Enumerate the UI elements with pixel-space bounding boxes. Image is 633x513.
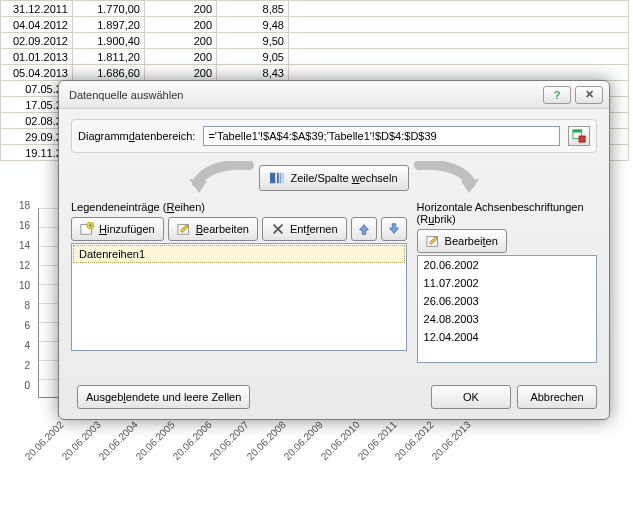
switch-row-column-button[interactable]: Zeile/Spalte wechseln [259, 165, 408, 191]
x-tick-label: 20.06.2009 [282, 419, 325, 462]
x-tick-label: 20.06.2004 [97, 419, 140, 462]
range-picker-icon [572, 129, 586, 143]
cell[interactable]: 8,85 [217, 1, 289, 17]
x-tick-label: 20.06.2006 [171, 419, 214, 462]
dialog-titlebar: Datenquelle auswählen ? ✕ [59, 81, 609, 109]
chart-data-range-label: Diagrammdatenbereich: [78, 130, 195, 142]
range-picker-button[interactable] [568, 126, 590, 146]
list-item[interactable]: 11.07.2002 [418, 274, 596, 292]
y-tick-label: 12 [10, 260, 30, 280]
edit-categories-button[interactable]: Bearbeiten [417, 229, 507, 253]
edit-series-button[interactable]: Bearbeiten [168, 217, 258, 241]
x-tick-label: 20.06.2010 [319, 419, 362, 462]
list-item[interactable]: 24.08.2003 [418, 310, 596, 328]
cell[interactable]: 9,05 [217, 49, 289, 65]
cell[interactable]: 9,50 [217, 33, 289, 49]
series-listbox[interactable]: Datenreihen1 [71, 243, 407, 351]
arrow-down-icon [387, 222, 401, 236]
cell[interactable]: 9,48 [217, 17, 289, 33]
cell[interactable]: 01.01.2013 [1, 49, 73, 65]
cell[interactable]: 200 [145, 49, 217, 65]
cell[interactable]: 04.04.2012 [1, 17, 73, 33]
cell[interactable]: 1.686,60 [73, 65, 145, 81]
svg-rect-6 [283, 173, 285, 184]
move-down-button[interactable] [381, 217, 407, 241]
list-item[interactable]: 20.06.2002 [418, 256, 596, 274]
curved-arrow-left-icon [179, 161, 259, 195]
svg-rect-3 [270, 173, 275, 184]
close-button[interactable]: ✕ [575, 86, 603, 104]
y-tick-label: 4 [10, 340, 30, 360]
list-item[interactable]: Datenreihen1 [73, 245, 405, 263]
remove-series-button[interactable]: Entfernen [262, 217, 347, 241]
cell[interactable]: 1.770,00 [73, 1, 145, 17]
x-tick-label: 20.06.2011 [356, 419, 399, 462]
add-icon [80, 222, 94, 236]
x-tick-label: 20.06.2002 [23, 419, 66, 462]
list-item[interactable]: 12.04.2004 [418, 328, 596, 346]
cell[interactable]: 200 [145, 1, 217, 17]
move-up-button[interactable] [351, 217, 377, 241]
y-tick-label: 10 [10, 280, 30, 300]
legend-entries-label: Legendeneinträge (Reihen) [71, 201, 407, 213]
x-tick-label: 20.06.2013 [430, 419, 473, 462]
switch-row-column-label: Zeile/Spalte wechseln [290, 172, 397, 184]
svg-rect-5 [280, 173, 282, 184]
curved-arrow-right-icon [409, 161, 489, 195]
y-tick-label: 2 [10, 360, 30, 380]
y-tick-label: 14 [10, 240, 30, 260]
axis-labels-label: Horizontale Achsenbeschriftungen (Rubrik… [417, 201, 597, 225]
y-tick-label: 0 [10, 380, 30, 400]
categories-listbox[interactable]: 20.06.200211.07.200226.06.200324.08.2003… [417, 255, 597, 363]
cell[interactable]: 1.900,40 [73, 33, 145, 49]
x-tick-label: 20.06.2012 [393, 419, 436, 462]
cell[interactable]: 8,43 [217, 65, 289, 81]
cell[interactable]: 05.04.2013 [1, 65, 73, 81]
cell[interactable]: 1.811,20 [73, 49, 145, 65]
hidden-empty-cells-button[interactable]: Ausgeblendete und leere Zellen [77, 385, 250, 409]
arrow-up-icon [357, 222, 371, 236]
cancel-button[interactable]: Abbrechen [517, 385, 597, 409]
cell[interactable]: 200 [145, 33, 217, 49]
cell[interactable]: 02.09.2012 [1, 33, 73, 49]
chart-data-range-row: Diagrammdatenbereich: [71, 119, 597, 153]
remove-icon [271, 222, 285, 236]
x-tick-label: 20.06.2003 [60, 419, 103, 462]
edit-icon [177, 222, 191, 236]
add-series-button[interactable]: Hinzufügen [71, 217, 164, 241]
ok-button[interactable]: OK [431, 385, 511, 409]
dialog-title: Datenquelle auswählen [69, 89, 539, 101]
x-tick-label: 20.06.2008 [245, 419, 288, 462]
svg-rect-4 [277, 173, 279, 184]
select-data-source-dialog: Datenquelle auswählen ? ✕ Diagrammdatenb… [58, 80, 610, 420]
y-tick-label: 16 [10, 220, 30, 240]
edit-icon [426, 234, 440, 248]
y-tick-label: 8 [10, 300, 30, 320]
y-tick-label: 6 [10, 320, 30, 340]
chart-data-range-input[interactable] [203, 126, 560, 146]
cell[interactable]: 31.12.2011 [1, 1, 73, 17]
svg-rect-1 [573, 130, 582, 133]
switch-icon [270, 171, 284, 185]
help-button[interactable]: ? [543, 86, 571, 104]
cell[interactable]: 200 [145, 65, 217, 81]
svg-rect-2 [579, 136, 585, 142]
cell[interactable]: 1.897,20 [73, 17, 145, 33]
x-tick-label: 20.06.2007 [208, 419, 251, 462]
list-item[interactable]: 26.06.2003 [418, 292, 596, 310]
cell[interactable]: 200 [145, 17, 217, 33]
y-tick-label: 18 [10, 200, 30, 220]
x-tick-label: 20.06.2005 [134, 419, 177, 462]
